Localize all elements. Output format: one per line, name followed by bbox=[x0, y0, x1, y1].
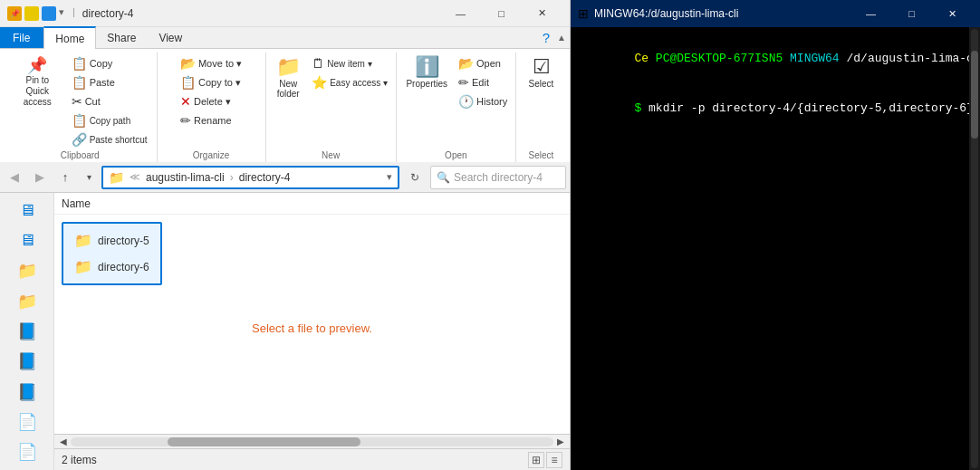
easy-access-icon: ⭐ bbox=[312, 75, 327, 90]
terminal-scrollbar[interactable] bbox=[969, 27, 980, 470]
title-bar-controls: — □ ✕ bbox=[440, 0, 562, 27]
open-label: Open bbox=[476, 58, 501, 69]
terminal-title-bar: ⊞ MINGW64:/d/augustin-lima-cli — □ ✕ bbox=[571, 0, 980, 27]
sidebar-item-monitor[interactable]: 🖥 bbox=[5, 197, 50, 225]
easy-access-label: Easy access ▾ bbox=[330, 78, 388, 88]
address-chevron-icon[interactable]: ▾ bbox=[387, 171, 392, 183]
paste-shortcut-label: Paste shortcut bbox=[90, 135, 148, 145]
sidebar-item-folder5[interactable]: 📘 bbox=[5, 378, 50, 406]
easy-access-button[interactable]: ⭐ Easy access ▾ bbox=[308, 73, 391, 91]
folder-icon-1: 📁 bbox=[74, 232, 92, 249]
terminal-maximize-button[interactable]: □ bbox=[891, 0, 932, 27]
sidebar-item-folder3[interactable]: 📘 bbox=[5, 317, 50, 345]
grid-view-button[interactable]: ⊞ bbox=[528, 452, 544, 468]
paste-label: Paste bbox=[90, 77, 115, 88]
cut-button[interactable]: ✂ Cut bbox=[68, 92, 151, 110]
organize-small-buttons: 📂 Move to ▾ 📋 Copy to ▾ ✕ Delete ▾ ✏ Ren… bbox=[177, 54, 245, 129]
forward-button[interactable]: ▶ bbox=[29, 167, 51, 188]
copy-to-label: Copy to ▾ bbox=[198, 77, 241, 89]
open-button[interactable]: 📂 Open bbox=[455, 54, 511, 72]
edit-button[interactable]: ✏ Edit bbox=[455, 73, 511, 91]
organize-group: 📂 Move to ▾ 📋 Copy to ▾ ✕ Delete ▾ ✏ Ren… bbox=[158, 53, 266, 162]
status-bar: 2 items ⊞ ≡ bbox=[54, 448, 570, 470]
search-placeholder: Search directory-4 bbox=[454, 171, 543, 184]
terminal-body[interactable]: Ce PC@DESKTOP-677ISN5 MINGW64 /d/augusti… bbox=[571, 27, 969, 470]
open-group: ℹ️ Properties 📂 Open ✏ Edit 🕐 History bbox=[397, 53, 516, 162]
select-all-button[interactable]: ☑ Select bbox=[524, 54, 560, 91]
items-count: 2 items bbox=[62, 454, 521, 466]
up-button[interactable]: ↑ bbox=[54, 167, 76, 188]
sidebar-item-folder7[interactable]: 📄 bbox=[5, 438, 50, 466]
terminal-minimize-button[interactable]: — bbox=[850, 0, 891, 27]
pin-to-quick-access-button[interactable]: 📌 Pin to Quickaccess bbox=[9, 54, 66, 110]
sidebar-item-folder6[interactable]: 📄 bbox=[5, 408, 50, 436]
select-icon: ☑ bbox=[533, 57, 551, 77]
help-button[interactable]: ? bbox=[543, 30, 550, 45]
close-button[interactable]: ✕ bbox=[522, 0, 562, 27]
tab-home[interactable]: Home bbox=[43, 26, 96, 49]
properties-label: Properties bbox=[406, 79, 447, 89]
rename-button[interactable]: ✏ Rename bbox=[177, 111, 245, 129]
tab-file[interactable]: File bbox=[0, 27, 43, 48]
copy-to-button[interactable]: 📋 Copy to ▾ bbox=[177, 73, 245, 91]
list-item[interactable]: 📁 directory-6 bbox=[69, 255, 155, 278]
address-bar[interactable]: 📁 ≪ augustin-lima-cli › directory-4 ▾ bbox=[101, 166, 399, 189]
select-label: Select bbox=[529, 79, 554, 89]
search-box[interactable]: 🔍 Search directory-4 bbox=[430, 166, 566, 189]
sidebar-item-folder2[interactable]: 📁 bbox=[5, 287, 50, 315]
maximize-button[interactable]: □ bbox=[481, 0, 522, 27]
refresh-button[interactable]: ↻ bbox=[403, 166, 427, 189]
move-to-button[interactable]: 📂 Move to ▾ bbox=[177, 54, 245, 72]
ribbon-collapse-button[interactable]: ▲ bbox=[557, 33, 566, 43]
list-view-button[interactable]: ≡ bbox=[546, 452, 562, 468]
pin-icon: 📌 bbox=[27, 57, 47, 73]
new-label: New bbox=[272, 150, 390, 162]
quick-access-icon: 📌 bbox=[7, 6, 22, 21]
edit-label: Edit bbox=[472, 77, 489, 88]
title-separator-bar: | bbox=[72, 6, 75, 21]
organize-group-items: 📂 Move to ▾ 📋 Copy to ▾ ✕ Delete ▾ ✏ Ren… bbox=[177, 53, 245, 150]
history-label: History bbox=[476, 96, 507, 107]
scroll-left-button[interactable]: ◀ bbox=[56, 435, 71, 449]
new-folder-button[interactable]: 📁 Newfolder bbox=[270, 54, 306, 101]
title-icon-3 bbox=[42, 6, 56, 21]
delete-button[interactable]: ✕ Delete ▾ bbox=[177, 92, 245, 110]
horizontal-scrollbar[interactable]: ◀ ▶ bbox=[54, 434, 570, 448]
properties-icon: ℹ️ bbox=[415, 57, 439, 77]
sidebar-item-folder4[interactable]: 📘 bbox=[5, 348, 50, 376]
select-group: ☑ Select Select bbox=[516, 53, 566, 162]
paste-icon: 📋 bbox=[72, 75, 87, 90]
terminal-path: /d/augustin-lima-cli bbox=[840, 52, 969, 65]
clipboard-group-items: 📌 Pin to Quickaccess 📋 Copy 📋 Paste ✂ bbox=[9, 53, 151, 150]
paste-button[interactable]: 📋 Paste bbox=[68, 73, 151, 91]
select-label: Select bbox=[522, 150, 561, 162]
cut-icon: ✂ bbox=[72, 94, 82, 109]
tab-view[interactable]: View bbox=[148, 27, 194, 48]
copy-to-icon: 📋 bbox=[180, 75, 196, 90]
minimize-button[interactable]: — bbox=[440, 0, 481, 27]
recent-locations-button[interactable]: ▾ bbox=[80, 168, 98, 187]
sidebar-item-folder1[interactable]: 📁 bbox=[5, 257, 50, 285]
copy-button[interactable]: 📋 Copy bbox=[68, 54, 151, 72]
scroll-right-button[interactable]: ▶ bbox=[553, 435, 568, 449]
column-header: Name bbox=[54, 193, 570, 215]
copy-path-button[interactable]: 📋 Copy path bbox=[68, 111, 151, 129]
terminal-scroll-track bbox=[971, 29, 978, 468]
list-item[interactable]: 📁 directory-5 bbox=[69, 229, 155, 252]
new-item-button[interactable]: 🗒 New item ▾ bbox=[308, 54, 391, 72]
address-folder-icon: 📁 bbox=[109, 170, 124, 185]
sidebar-item-monitor2[interactable]: 🖥 bbox=[5, 226, 50, 254]
copy-label: Copy bbox=[90, 58, 113, 69]
tab-share[interactable]: Share bbox=[96, 27, 148, 48]
rename-icon: ✏ bbox=[180, 113, 191, 128]
history-button[interactable]: 🕐 History bbox=[455, 92, 511, 110]
rename-label: Rename bbox=[194, 115, 232, 126]
terminal-user: PC@DESKTOP-677ISN5 bbox=[656, 52, 783, 65]
clipboard-group: 📌 Pin to Quickaccess 📋 Copy 📋 Paste ✂ bbox=[4, 53, 158, 162]
ribbon-tabs: File Home Share View ? ▲ bbox=[0, 27, 570, 49]
paste-shortcut-button[interactable]: 🔗 Paste shortcut bbox=[68, 130, 151, 149]
properties-button[interactable]: ℹ️ Properties bbox=[400, 54, 453, 91]
terminal-close-button[interactable]: ✕ bbox=[932, 0, 973, 27]
file-name-1: directory-5 bbox=[98, 235, 149, 247]
back-button[interactable]: ◀ bbox=[4, 167, 25, 188]
